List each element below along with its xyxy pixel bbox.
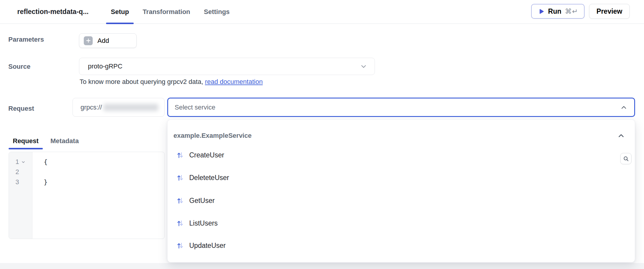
option-list-users[interactable]: ListUsers xyxy=(176,216,218,230)
editor-tabs: Request Metadata xyxy=(9,133,83,149)
option-get-user[interactable]: GetUser xyxy=(176,193,215,208)
tab-settings-label: Settings xyxy=(204,8,230,16)
editor-gutter: 1 2 3 xyxy=(9,152,32,239)
parameters-label: Parameters xyxy=(8,36,44,43)
service-dropdown-panel: example.ExampleService CreateUser xyxy=(167,119,635,262)
redacted-url-text xyxy=(103,104,158,111)
run-button[interactable]: Run ⌘↵ xyxy=(531,4,585,19)
preview-label: Preview xyxy=(596,7,622,15)
swap-vertical-icon xyxy=(176,174,184,182)
header-actions: Run ⌘↵ Preview xyxy=(531,4,630,19)
code-line: } xyxy=(44,177,164,187)
bottom-strip xyxy=(0,263,644,269)
plus-icon xyxy=(84,36,93,45)
service-select[interactable]: Select service xyxy=(167,98,635,117)
helper-text: To know more about querying grpcv2 data, xyxy=(80,78,205,85)
option-label: ListUsers xyxy=(189,219,218,227)
header-bar: reflection-metdata-q... Setup Transforma… xyxy=(0,0,644,24)
preview-button[interactable]: Preview xyxy=(589,4,630,19)
tab-setup-label: Setup xyxy=(111,8,129,16)
tab-metadata[interactable]: Metadata xyxy=(46,133,83,149)
query-editor-page: reflection-metdata-q... Setup Transforma… xyxy=(0,0,644,269)
add-parameter-label: Add xyxy=(97,37,109,45)
run-shortcut-hint: ⌘↵ xyxy=(565,7,578,15)
chevron-up-icon xyxy=(620,104,628,111)
code-editor: 1 2 3 { } xyxy=(9,152,165,239)
service-group-label: example.ExampleService xyxy=(173,132,252,140)
fold-chevron-icon[interactable] xyxy=(21,160,25,164)
query-name[interactable]: reflection-metdata-q... xyxy=(17,0,89,24)
tab-transformation[interactable]: Transformation xyxy=(138,0,195,24)
tab-transformation-label: Transformation xyxy=(143,8,190,16)
read-documentation-link[interactable]: read documentation xyxy=(205,78,263,85)
tab-request-body-label: Request xyxy=(13,137,39,145)
code-input[interactable]: { } xyxy=(32,152,164,239)
request-label: Request xyxy=(8,105,34,112)
swap-vertical-icon xyxy=(176,242,184,250)
swap-vertical-icon xyxy=(176,219,184,227)
line-number: 1 xyxy=(15,158,19,166)
source-selected-value: proto-gRPC xyxy=(88,62,122,70)
service-select-placeholder: Select service xyxy=(175,104,215,111)
source-label: Source xyxy=(8,63,31,71)
line-number: 3 xyxy=(15,178,19,186)
play-icon xyxy=(538,8,544,15)
collapse-chevron-up-icon[interactable] xyxy=(617,132,625,140)
source-select[interactable]: proto-gRPC xyxy=(79,58,375,75)
tab-setup[interactable]: Setup xyxy=(106,0,134,24)
option-label: GetUser xyxy=(189,197,215,205)
swap-vertical-icon xyxy=(176,197,184,205)
chevron-down-icon xyxy=(360,62,367,70)
source-helper-text: To know more about querying grpcv2 data,… xyxy=(80,78,263,86)
line-number: 2 xyxy=(15,168,19,176)
tab-metadata-label: Metadata xyxy=(50,137,79,145)
header-tabs: Setup Transformation Settings xyxy=(106,0,234,24)
search-options-button[interactable] xyxy=(620,153,632,164)
swap-vertical-icon xyxy=(176,151,184,159)
option-label: CreateUser xyxy=(189,151,224,159)
option-create-user[interactable]: CreateUser xyxy=(176,148,224,162)
run-label: Run xyxy=(548,7,561,15)
option-label: UpdateUser xyxy=(189,242,226,250)
search-icon xyxy=(623,156,629,162)
grpc-url-input[interactable]: grpcs:// xyxy=(72,98,165,117)
tab-request-body[interactable]: Request xyxy=(9,133,43,149)
option-delete-user[interactable]: DeleteteUser xyxy=(176,171,229,185)
add-parameter-button[interactable]: Add xyxy=(79,33,137,48)
tab-settings[interactable]: Settings xyxy=(199,0,234,24)
option-label: DeleteteUser xyxy=(189,174,229,182)
url-prefix-text: grpcs:// xyxy=(80,104,102,111)
code-line: { xyxy=(44,157,164,167)
service-group-header[interactable]: example.ExampleService xyxy=(173,130,625,141)
option-update-user[interactable]: UpdateUser xyxy=(176,238,226,253)
code-line xyxy=(44,167,164,177)
